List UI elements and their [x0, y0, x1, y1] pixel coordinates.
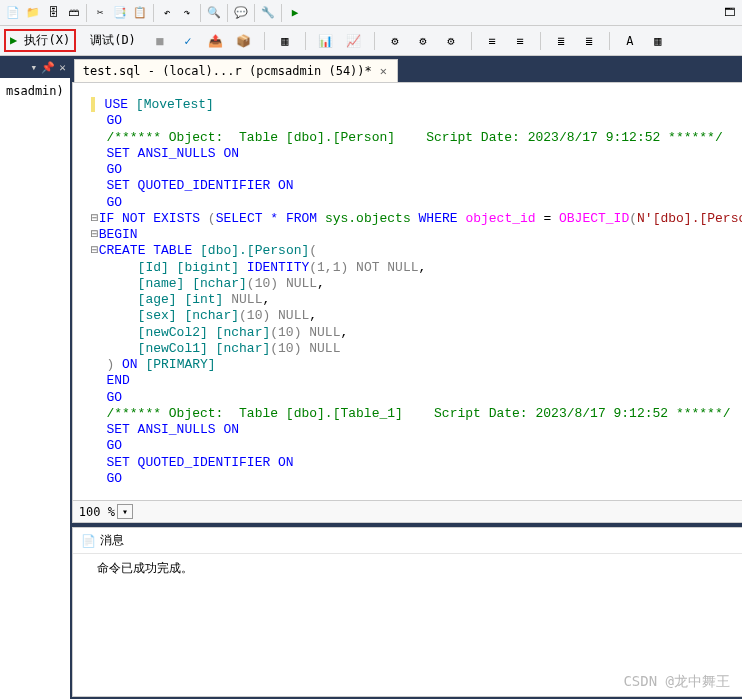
opt1-icon[interactable]: ⚙ — [385, 31, 405, 51]
check-icon[interactable]: ✓ — [178, 31, 198, 51]
opt2-icon[interactable]: ⚙ — [413, 31, 433, 51]
debug-menu[interactable]: 调试(D) — [84, 29, 142, 52]
separator — [471, 32, 472, 50]
tab-bar: test.sql - (local)...r (pcmsadmin (54))*… — [70, 56, 742, 82]
redo-icon[interactable]: ↷ — [178, 4, 196, 22]
tab-title: test.sql - (local)...r (pcmsadmin (54))* — [83, 64, 372, 78]
find-icon[interactable]: 🔍 — [205, 4, 223, 22]
separator — [305, 32, 306, 50]
toolbar-top: 📄 📁 🗄 🗃 ✂ 📑 📋 ↶ ↷ 🔍 💬 🔧 ▶ 🗔 — [0, 0, 742, 26]
zoom-bar: 100 % ▾ — [73, 500, 742, 522]
copy-icon[interactable]: 📑 — [111, 4, 129, 22]
tool-icon[interactable]: 🔧 — [259, 4, 277, 22]
execute-menu[interactable]: ▶ 执行(X) — [4, 29, 76, 52]
separator — [281, 4, 282, 22]
cut-icon[interactable]: ✂ — [91, 4, 109, 22]
messages-label: 消息 — [100, 532, 124, 549]
editor-container: USE [MoveTest] GO /****** Object: Table … — [72, 82, 742, 523]
close-icon[interactable]: ✕ — [59, 61, 66, 74]
specify-values-icon[interactable]: A — [620, 31, 640, 51]
tab-testsql[interactable]: test.sql - (local)...r (pcmsadmin (54))*… — [74, 59, 398, 82]
main-panel: test.sql - (local)...r (pcmsadmin (54))*… — [70, 56, 742, 699]
window-icon[interactable]: 🗔 — [720, 4, 738, 22]
outdent-icon[interactable]: ≡ — [510, 31, 530, 51]
separator — [227, 4, 228, 22]
separator — [540, 32, 541, 50]
messages-panel: 📄 消息 命令已成功完成。 — [72, 527, 742, 697]
watermark: CSDN @龙中舞王 — [623, 673, 730, 691]
messages-text: 命令已成功完成。 — [97, 561, 193, 575]
paste-icon[interactable]: 📋 — [131, 4, 149, 22]
new-query-icon[interactable]: 📄 — [4, 4, 22, 22]
sidebar-content: msadmin) — [0, 78, 70, 699]
sqlcmd-icon[interactable]: ▦ — [648, 31, 668, 51]
play-icon[interactable]: ▶ — [286, 4, 304, 22]
results-grid-icon[interactable]: ▦ — [275, 31, 295, 51]
comment-icon[interactable]: 💬 — [232, 4, 250, 22]
messages-icon: 📄 — [81, 534, 96, 548]
separator — [153, 4, 154, 22]
separator — [86, 4, 87, 22]
parse-icon[interactable]: 📤 — [206, 31, 226, 51]
db2-icon[interactable]: 🗃 — [64, 4, 82, 22]
dropdown-icon[interactable]: ▾ — [31, 61, 38, 74]
undo-icon[interactable]: ↶ — [158, 4, 176, 22]
content-area: ▾ 📌 ✕ msadmin) test.sql - (local)...r (p… — [0, 56, 742, 699]
separator — [254, 4, 255, 22]
opt3-icon[interactable]: ⚙ — [441, 31, 461, 51]
comment-block-icon[interactable]: ≣ — [551, 31, 571, 51]
uncomment-icon[interactable]: ≣ — [579, 31, 599, 51]
separator — [264, 32, 265, 50]
stop-icon[interactable]: ■ — [150, 31, 170, 51]
separator — [609, 32, 610, 50]
db-icon[interactable]: 🗄 — [44, 4, 62, 22]
tab-close-icon[interactable]: ✕ — [378, 64, 389, 78]
sql-editor[interactable]: USE [MoveTest] GO /****** Object: Table … — [73, 83, 742, 500]
sidebar-header: ▾ 📌 ✕ — [0, 56, 70, 78]
separator — [374, 32, 375, 50]
messages-tab[interactable]: 📄 消息 — [73, 528, 742, 554]
indent-icon[interactable]: ≡ — [482, 31, 502, 51]
zoom-dropdown-icon[interactable]: ▾ — [117, 504, 133, 519]
stats-icon[interactable]: 📈 — [344, 31, 364, 51]
open-icon[interactable]: 📁 — [24, 4, 42, 22]
sidebar-item[interactable]: msadmin) — [6, 84, 64, 98]
include-plan-icon[interactable]: 📊 — [316, 31, 336, 51]
db-icon-2[interactable]: 📦 — [234, 31, 254, 51]
menu-bar: ▶ 执行(X) 调试(D) ■ ✓ 📤 📦 ▦ 📊 📈 ⚙ ⚙ ⚙ ≡ ≡ ≣ … — [0, 26, 742, 56]
zoom-level: 100 % — [79, 505, 115, 519]
separator — [200, 4, 201, 22]
pin-icon[interactable]: 📌 — [41, 61, 55, 74]
object-explorer: ▾ 📌 ✕ msadmin) — [0, 56, 70, 699]
